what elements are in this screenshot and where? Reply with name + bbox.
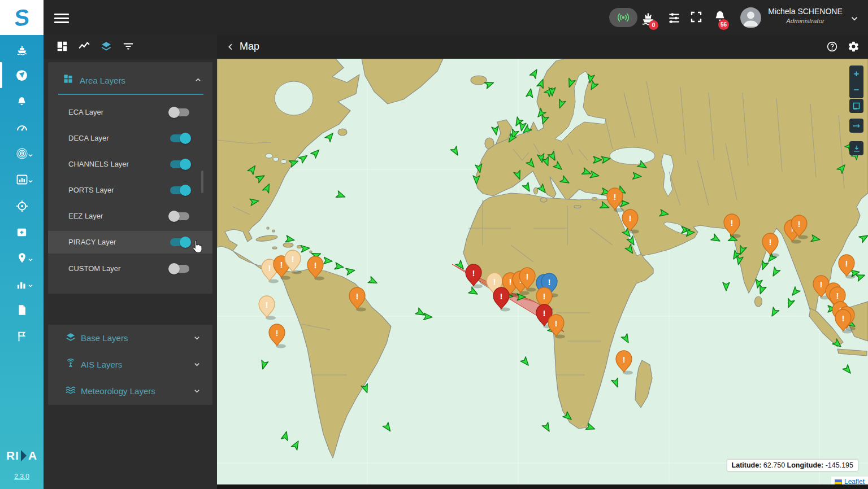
layer-row-piracy[interactable]: PIRACY Layer bbox=[48, 231, 212, 254]
other-layers-card: Base Layers AIS Layers bbox=[48, 325, 212, 405]
layer-row-ports[interactable]: PORTS Layer bbox=[48, 179, 212, 202]
box-select-button[interactable] bbox=[849, 99, 863, 113]
antenna-icon bbox=[65, 358, 76, 372]
sidebar-item-locations[interactable] bbox=[0, 245, 44, 271]
sidebar-rail: RI A 2.3.0 bbox=[0, 35, 44, 489]
chevron-down-icon bbox=[27, 281, 34, 291]
svg-text:!: ! bbox=[268, 263, 271, 273]
trend-chart-icon[interactable] bbox=[78, 40, 90, 55]
toggle-piracy-layer[interactable] bbox=[170, 238, 189, 246]
zoom-out-button[interactable]: − bbox=[854, 82, 860, 98]
toggle-eez-layer[interactable] bbox=[170, 212, 189, 220]
section-base-layers[interactable]: Base Layers bbox=[48, 325, 212, 351]
svg-text:!: ! bbox=[500, 291, 503, 301]
flag-icon bbox=[16, 330, 28, 343]
media-box-icon bbox=[15, 226, 28, 239]
user-menu-chevron-down-icon[interactable] bbox=[849, 14, 860, 26]
section-title: Base Layers bbox=[81, 333, 128, 343]
speedometer-icon bbox=[15, 121, 29, 134]
map-header: Map bbox=[217, 35, 868, 59]
map-canvas[interactable]: !!!!!!!!!!!!!!!!!!!!!!!!!!!!!!!! + − Lat… bbox=[217, 59, 868, 489]
measure-distance-button[interactable] bbox=[849, 119, 863, 133]
app-logo[interactable]: S bbox=[0, 0, 44, 35]
chevron-up-icon[interactable] bbox=[194, 76, 202, 86]
sidebar-item-flags[interactable] bbox=[0, 324, 44, 350]
notifications-count-badge: 56 bbox=[718, 19, 729, 30]
layers-stack-icon bbox=[65, 331, 76, 345]
globe-icon bbox=[15, 68, 29, 82]
download-map-button[interactable] bbox=[849, 141, 863, 155]
fullscreen-button[interactable] bbox=[689, 10, 703, 26]
svg-text:!: ! bbox=[472, 268, 475, 278]
brand-diamond-icon bbox=[20, 449, 27, 462]
layers-icon-active[interactable] bbox=[100, 40, 112, 55]
map-bottom-strip bbox=[217, 484, 868, 489]
panel-scrollbar[interactable] bbox=[201, 171, 203, 193]
panel-toolbar bbox=[44, 35, 217, 59]
layer-row-eez[interactable]: EEZ Layer bbox=[48, 205, 212, 228]
user-info[interactable]: Michela SCHENONE Administrator bbox=[766, 7, 845, 24]
hamburger-menu-icon[interactable] bbox=[54, 11, 69, 25]
toggle-ports-layer[interactable] bbox=[170, 186, 189, 194]
layer-label: CHANNELS Layer bbox=[68, 160, 129, 168]
section-meteorology-layers[interactable]: Meteorology Layers bbox=[48, 378, 212, 404]
avatar[interactable] bbox=[740, 7, 761, 28]
area-layers-header[interactable]: Area Layers bbox=[48, 67, 212, 91]
svg-text:!: ! bbox=[548, 277, 551, 287]
signal-bars-icon bbox=[15, 278, 28, 291]
svg-text:!: ! bbox=[555, 318, 558, 328]
svg-text:!: ! bbox=[314, 260, 317, 270]
brand-logo: RI A bbox=[0, 449, 44, 462]
section-title: Meteorology Layers bbox=[81, 386, 155, 396]
sidebar-item-radar[interactable] bbox=[0, 141, 44, 167]
section-ais-layers[interactable]: AIS Layers bbox=[48, 351, 212, 378]
sidebar-item-reports[interactable] bbox=[0, 297, 44, 323]
ship-icon bbox=[15, 42, 29, 56]
broadcast-status-button[interactable] bbox=[609, 8, 637, 27]
svg-text:!: ! bbox=[543, 291, 546, 301]
layer-label: PIRACY Layer bbox=[68, 238, 116, 246]
layer-label: ECA Layer bbox=[68, 108, 103, 116]
layer-row-custom[interactable]: CUSTOM Layer bbox=[48, 257, 212, 280]
mouse-coordinates: Latitude: 62.750 Longitude: -145.195 bbox=[727, 460, 858, 471]
sidebar-item-dashboard[interactable] bbox=[0, 115, 44, 141]
svg-text:!: ! bbox=[266, 300, 268, 309]
area-layers-card: Area Layers ECA Layer DECA Layer CHANNEL… bbox=[48, 62, 212, 294]
gear-icon[interactable] bbox=[848, 41, 860, 55]
filter-lines-icon[interactable] bbox=[122, 40, 134, 55]
chevron-down-icon bbox=[193, 387, 201, 398]
sidebar-item-analytics[interactable] bbox=[0, 271, 44, 297]
svg-text:!: ! bbox=[629, 213, 632, 223]
svg-text:!: ! bbox=[356, 291, 359, 301]
svg-text:!: ! bbox=[836, 291, 839, 300]
layer-label: CUSTOM Layer bbox=[68, 264, 120, 273]
version-link[interactable]: 2.3.0 bbox=[0, 473, 44, 481]
layer-row-channels[interactable]: CHANNELS Layer bbox=[48, 153, 212, 176]
layer-row-eca[interactable]: ECA Layer bbox=[48, 101, 212, 124]
toggle-deca-layer[interactable] bbox=[170, 134, 189, 142]
layer-label: EEZ Layer bbox=[68, 212, 103, 220]
svg-text:!: ! bbox=[543, 308, 546, 318]
waves-icon bbox=[65, 385, 76, 398]
filters-button[interactable] bbox=[667, 10, 682, 27]
help-icon[interactable] bbox=[826, 41, 838, 55]
back-chevron-icon[interactable] bbox=[226, 42, 235, 54]
radar-icon bbox=[15, 147, 29, 160]
toggle-custom-layer[interactable] bbox=[170, 265, 189, 273]
divider bbox=[58, 94, 203, 95]
sidebar-item-tracking[interactable] bbox=[0, 193, 44, 219]
sidebar-item-map[interactable] bbox=[0, 62, 44, 88]
toggle-eca-layer[interactable] bbox=[170, 108, 189, 116]
sidebar-item-fleet[interactable] bbox=[0, 36, 44, 62]
sidebar-item-media[interactable] bbox=[0, 219, 44, 245]
sidebar-item-alerts[interactable] bbox=[0, 89, 44, 115]
sidebar-item-statistics[interactable] bbox=[0, 167, 44, 193]
page-title: Map bbox=[240, 41, 259, 53]
toggle-channels-layer[interactable] bbox=[170, 160, 189, 168]
chevron-down-icon bbox=[193, 360, 201, 371]
chevron-down-icon bbox=[27, 255, 34, 265]
svg-text:!: ! bbox=[623, 355, 626, 364]
dashboard-grid-icon[interactable] bbox=[56, 40, 68, 55]
zoom-in-button[interactable]: + bbox=[854, 66, 860, 82]
layer-row-deca[interactable]: DECA Layer bbox=[48, 127, 212, 150]
